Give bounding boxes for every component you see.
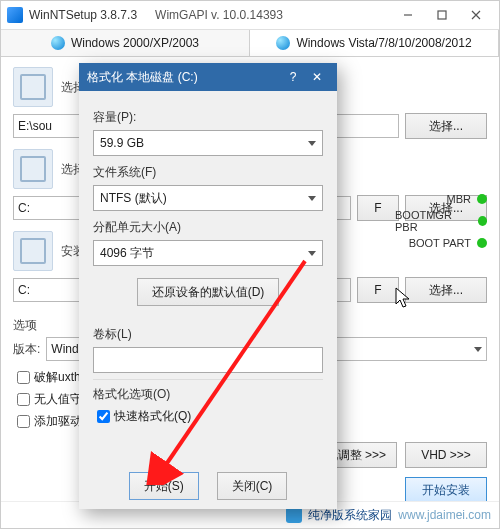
maximize-button[interactable]	[425, 4, 459, 26]
tab-strip: Windows 2000/XP/2003 Windows Vista/7/8/1…	[1, 30, 499, 57]
app-icon	[7, 7, 23, 23]
allocation-label: 分配单元大小(A)	[93, 219, 323, 236]
window-subtitle: WimGAPI v. 10.0.14393	[155, 8, 283, 22]
window-title: WinNTSetup 3.8.7.3	[29, 8, 137, 22]
status-bootmgr: BOOTMGR PBR	[395, 209, 472, 233]
app-window: { "window": { "title": "WinNTSetup 3.8.7…	[0, 0, 500, 529]
chevron-down-icon	[308, 196, 316, 201]
dialog-titlebar: 格式化 本地磁盘 (C:) ? ✕	[79, 63, 337, 91]
dialog-title: 格式化 本地磁盘 (C:)	[87, 69, 198, 86]
filesystem-label: 文件系统(F)	[93, 164, 323, 181]
install-browse-button[interactable]: 选择...	[405, 277, 487, 303]
floppy-icon	[13, 149, 53, 189]
allocation-combo[interactable]: 4096 字节	[93, 240, 323, 266]
chevron-down-icon	[308, 141, 316, 146]
version-label: 版本:	[13, 341, 40, 358]
close-button[interactable]	[459, 4, 493, 26]
chevron-down-icon	[308, 251, 316, 256]
format-boot-button[interactable]: F	[357, 195, 399, 221]
format-dialog: 格式化 本地磁盘 (C:) ? ✕ 容量(P): 59.9 GB 文件系统(F)…	[79, 63, 337, 509]
minimize-button[interactable]	[391, 4, 425, 26]
filesystem-combo[interactable]: NTFS (默认)	[93, 185, 323, 211]
status-dot	[477, 194, 487, 204]
disc-icon	[13, 67, 53, 107]
chevron-down-icon	[474, 347, 482, 352]
format-install-button[interactable]: F	[357, 277, 399, 303]
capacity-combo[interactable]: 59.9 GB	[93, 130, 323, 156]
format-options-header: 格式化选项(O)	[93, 386, 323, 403]
capacity-label: 容量(P):	[93, 109, 323, 126]
dialog-help-button[interactable]: ?	[281, 70, 305, 84]
quick-format-checkbox[interactable]: 快速格式化(Q)	[93, 407, 323, 426]
format-options-group: 格式化选项(O) 快速格式化(Q)	[93, 379, 323, 429]
tab-label: Windows Vista/7/8/10/2008/2012	[296, 36, 471, 50]
site-url: www.jdaimei.com	[398, 508, 491, 522]
titlebar: WinNTSetup 3.8.7.3 WimGAPI v. 10.0.14393	[1, 1, 499, 30]
status-mbr: MBR	[447, 193, 471, 205]
site-name: 纯净版系统家园	[308, 507, 392, 524]
windows-icon	[51, 36, 65, 50]
format-close-button[interactable]: 关闭(C)	[217, 472, 288, 500]
tab-legacy[interactable]: Windows 2000/XP/2003	[1, 30, 250, 56]
tab-modern[interactable]: Windows Vista/7/8/10/2008/2012	[250, 30, 499, 56]
status-dot	[477, 238, 487, 248]
dialog-close-button[interactable]: ✕	[305, 70, 329, 84]
dialog-body: 容量(P): 59.9 GB 文件系统(F) NTFS (默认) 分配单元大小(…	[79, 91, 337, 463]
format-start-button[interactable]: 开始(S)	[129, 472, 199, 500]
source-browse-button[interactable]: 选择...	[405, 113, 487, 139]
restore-defaults-button[interactable]: 还原设备的默认值(D)	[137, 278, 280, 306]
volume-label-label: 卷标(L)	[93, 326, 323, 343]
site-logo-icon	[286, 507, 302, 523]
status-column: MBR BOOTMGR PBR BOOT PART	[395, 189, 487, 253]
dialog-footer: 开始(S) 关闭(C)	[79, 463, 337, 509]
status-bootpart: BOOT PART	[409, 237, 471, 249]
hdd-icon	[13, 231, 53, 271]
vhd-button[interactable]: VHD >>>	[405, 442, 487, 468]
volume-label-input[interactable]	[93, 347, 323, 373]
svg-rect-0	[438, 11, 446, 19]
windows-icon	[276, 36, 290, 50]
tab-label: Windows 2000/XP/2003	[71, 36, 199, 50]
start-install-button[interactable]: 开始安装	[405, 477, 487, 503]
status-dot	[478, 216, 487, 226]
